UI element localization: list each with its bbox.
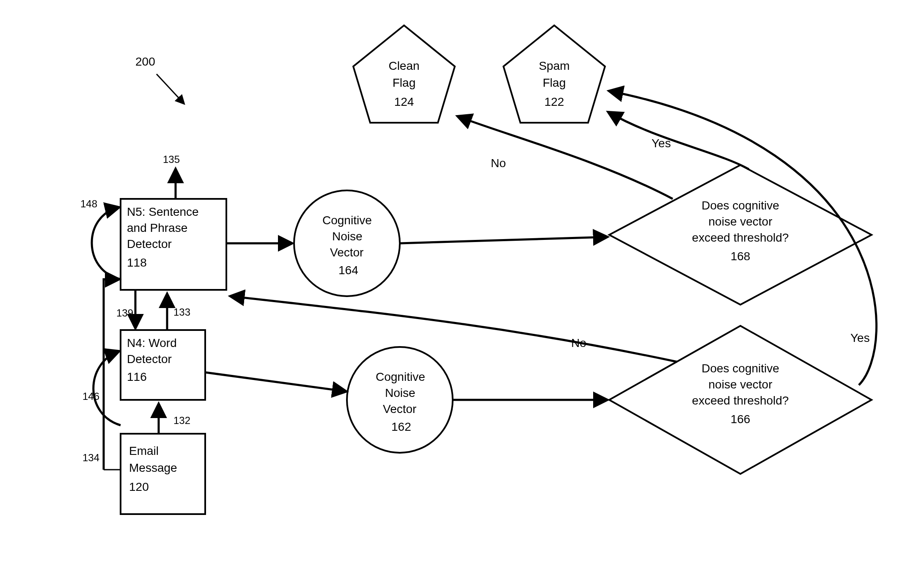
cognitive-noise-vector-164: Cognitive Noise Vector 164 [294, 190, 400, 296]
label-no-168: No [491, 157, 506, 170]
diagram-canvas: 200 Email Message 120 N4: Word Detector … [0, 0, 924, 567]
n5-line2: and Phrase [127, 221, 187, 234]
dec168-line3: exceed threshold? [692, 231, 789, 244]
decision-threshold-166: Does cognitive noise vector exceed thres… [609, 326, 872, 474]
dec168-line2: noise vector [709, 215, 773, 228]
cnv162-line2: Noise [385, 386, 415, 399]
clean-num: 124 [394, 95, 414, 108]
email-line2: Message [129, 461, 177, 474]
label-148: 148 [80, 198, 97, 209]
cnv164-line3: Vector [330, 246, 363, 259]
cnv164-line2: Noise [332, 230, 363, 243]
label-yes-168: Yes [652, 137, 671, 150]
label-132: 132 [173, 415, 190, 426]
email-num: 120 [129, 480, 149, 493]
clean-line1: Clean [388, 59, 419, 72]
cnv164-line1: Cognitive [322, 214, 372, 227]
figure-ref: 200 [135, 55, 184, 104]
edge-cnv164-dec168 [400, 237, 607, 243]
n4-word-detector-box: N4: Word Detector 116 [121, 330, 205, 400]
clean-line2: Flag [393, 76, 415, 89]
dec168-num: 168 [731, 250, 751, 263]
label-134: 134 [82, 452, 99, 463]
n5-sentence-phrase-detector-box: N5: Sentence and Phrase Detector 118 [121, 199, 226, 290]
n4-line2: Detector [127, 352, 172, 366]
edge-n4-cnv162 [205, 372, 346, 391]
cnv162-line3: Vector [383, 402, 416, 416]
edge-146 [94, 351, 121, 425]
figure-ref-label: 200 [135, 55, 155, 68]
clean-flag-pentagon: Clean Flag 124 [353, 25, 455, 123]
cognitive-noise-vector-162: Cognitive Noise Vector 162 [347, 347, 453, 453]
label-133: 133 [173, 306, 190, 318]
edge-148 [92, 207, 121, 279]
spam-num: 122 [544, 95, 564, 108]
dec168-line1: Does cognitive [701, 199, 779, 212]
label-146: 146 [82, 391, 99, 402]
n4-line1: N4: Word [127, 336, 177, 350]
cnv162-num: 162 [391, 420, 411, 433]
label-135: 135 [163, 154, 180, 165]
n5-num: 118 [127, 256, 147, 269]
cnv164-num: 164 [338, 264, 358, 277]
label-no-166: No [571, 336, 586, 350]
dec166-num: 166 [731, 413, 751, 426]
n4-num: 116 [127, 370, 147, 383]
dec166-line2: noise vector [709, 378, 773, 391]
label-139: 139 [116, 307, 133, 319]
spam-line1: Spam [539, 59, 569, 72]
label-yes-166: Yes [850, 331, 870, 344]
spam-flag-pentagon: Spam Flag 122 [503, 25, 605, 123]
dec166-line1: Does cognitive [701, 362, 779, 375]
edge-dec166-no-n5 [231, 296, 677, 362]
dec166-line3: exceed threshold? [692, 394, 789, 407]
svg-point-5 [294, 190, 400, 296]
email-message-box: Email Message 120 [121, 434, 205, 514]
cnv162-line1: Cognitive [376, 370, 425, 383]
svg-line-0 [157, 74, 184, 104]
email-line1: Email [129, 444, 159, 457]
svg-point-4 [347, 347, 453, 453]
n5-line1: N5: Sentence [127, 205, 199, 218]
spam-line2: Flag [543, 76, 566, 89]
edge-dec168-yes-spam [608, 112, 749, 169]
n5-line3: Detector [127, 237, 172, 250]
